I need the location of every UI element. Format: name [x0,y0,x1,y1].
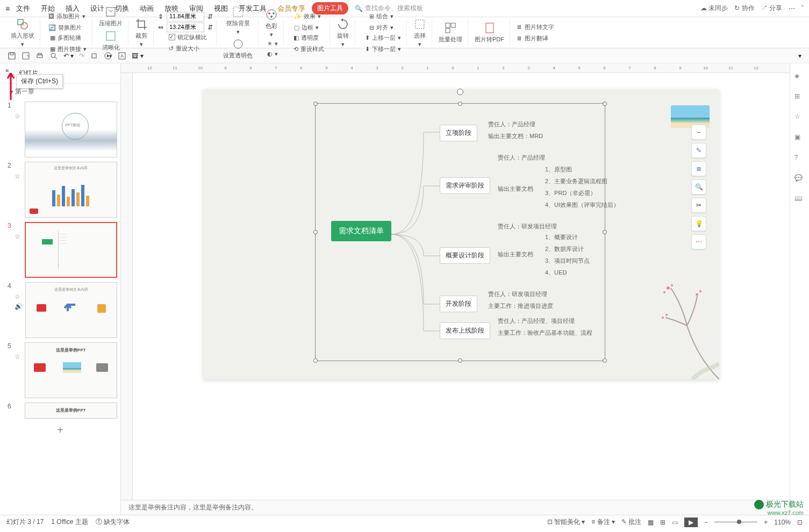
help-icon[interactable]: ? [794,154,805,164]
float-more-button[interactable]: ⋯ [691,234,706,249]
spinner-icon[interactable]: ⇵ [207,24,213,31]
batch-button[interactable]: 批量处理 [436,20,464,45]
notes-bar[interactable]: 这里是举例备注内容，这里是举例备注内容。 [121,500,790,515]
mindmap-text: 责任人：研发项目经理 [498,222,557,231]
pic2text-button[interactable]: 🗎图片转文字 [514,22,556,32]
reset-size-button[interactable]: ↺重设大小 [167,44,209,54]
rotate-handle[interactable] [457,89,463,95]
slide-thumb-4[interactable]: 这里是举例文本内容 [25,282,117,338]
transparency-button[interactable]: ◧透明度 [291,33,326,43]
undo-icon[interactable]: ↶ ▾ [63,52,74,60]
template-icon[interactable]: ▣ [794,133,805,144]
height-input[interactable] [167,23,204,32]
view-reading-icon[interactable]: ▭ [672,519,678,526]
save-icon[interactable] [8,52,16,60]
select-button[interactable]: 选择▾ [411,17,428,49]
fit-icon[interactable]: ⊡ [797,519,803,526]
resize-handle[interactable] [603,358,607,363]
group-button[interactable]: ⊞组合▾ [367,11,396,21]
lock-ratio-checkbox[interactable]: 锁定纵横比 [167,32,209,42]
slide-canvas[interactable]: 需求文档清单 立项阶段 责任人：产品经理 输出主要文档：MRD 需求评审阶段 责… [203,89,719,379]
resize-handle[interactable] [458,102,462,106]
preview-icon[interactable] [49,52,58,60]
reset-style-icon: ⟲ [293,46,298,53]
down-layer-button[interactable]: ⬇下移一层▾ [363,44,403,54]
chat-icon[interactable]: 💬 [794,174,805,185]
align-button[interactable]: ⊟对齐▾ [367,23,396,33]
insert-shape-button[interactable]: 插入形状▾ [9,17,37,49]
slide-thumb-5[interactable]: 这里是举例PPT [25,342,117,398]
float-idea-button[interactable]: 💡 [691,216,706,231]
comment-button[interactable]: ✎ 批注 [621,517,641,527]
share-button[interactable]: ↗ 分享 [761,4,782,13]
resize-handle[interactable] [313,358,318,363]
picture-qa-icon[interactable]: 🖼 ▾ [132,52,143,60]
format-painter-icon[interactable] [90,52,98,60]
star-panel-icon[interactable]: ☆ [794,113,805,124]
pic2pdf-button[interactable]: 图片转PDF [472,20,506,45]
reader-icon[interactable]: 📖 [794,195,805,205]
resize-handle[interactable] [313,230,318,234]
menu-file[interactable]: 文件 [12,2,34,16]
slideshow-button[interactable]: ▶ [684,517,698,527]
redo-icon[interactable]: ↷ [79,52,84,60]
add-picture-button[interactable]: 🖼添加图片▾ [46,11,88,21]
set-transparent-button[interactable]: 设置透明色 [221,37,255,61]
zoom-out-icon[interactable]: − [704,519,708,526]
resize-handle[interactable] [603,230,607,234]
collapse-ribbon-icon[interactable]: ˆ [801,5,804,12]
float-edit-button[interactable]: ✎ [691,143,706,158]
svg-text:A: A [120,53,124,59]
print-icon[interactable] [35,52,44,60]
save-as-icon[interactable] [22,52,30,60]
effect-button[interactable]: ✨效果▾ [292,11,323,21]
up-layer-button[interactable]: ⬆上移一层▾ [363,33,403,43]
play-icon[interactable] [104,52,112,60]
text-icon[interactable]: A [118,52,126,60]
slide-thumb-6[interactable]: 这里是举例PPT [25,402,117,419]
menu-animation[interactable]: 动画 [135,2,158,16]
color-button[interactable]: 色彩▾ [263,7,280,39]
reset-style-button[interactable]: ⟲重设样式 [291,44,326,54]
view-sorter-icon[interactable]: ⊞ [660,519,665,526]
add-slide-button[interactable]: + [0,421,120,440]
zoom-slider[interactable] [714,521,757,523]
zoom-in-icon[interactable]: + [764,519,768,526]
diamond-icon[interactable]: ◈ [794,72,805,83]
remove-bg-button[interactable]: 抠除背景▾ [224,4,252,37]
theme-info[interactable]: 1 Office 主题 [51,517,88,527]
replace-picture-button[interactable]: 🔄替换图片 [46,23,88,33]
spinner-icon[interactable]: ⇵ [207,13,213,20]
float-layers-button[interactable]: ≣ [691,161,706,176]
resize-handle[interactable] [458,358,462,363]
float-crop-button[interactable]: ✂ [691,198,706,213]
compress-picture-button[interactable]: 压缩图片 [97,4,125,28]
pic-translate-button[interactable]: 🗎图片翻译 [514,33,556,44]
zoom-level[interactable]: 110% [774,519,791,526]
mindmap-node: 立项阶段 [440,125,477,141]
collab-button[interactable]: ↻ 协作 [734,4,754,13]
crop-button[interactable]: 裁剪▾ [133,17,150,49]
resize-handle[interactable] [603,102,607,106]
missing-font-button[interactable]: Ⓣ 缺失字体 [96,517,130,527]
slide-thumb-3[interactable]: ─ ─── ─── ─── ── [25,222,117,278]
beautify-button[interactable]: ⊡ 智能美化 ▾ [547,517,585,527]
brightness-button[interactable]: ☀▾ [265,39,280,48]
resize-handle[interactable] [313,102,318,106]
view-normal-icon[interactable]: ▦ [648,519,654,526]
float-zoom-button[interactable]: 🔍 [691,179,706,195]
more-icon[interactable]: ⋯ [789,5,795,12]
slide-thumb-1[interactable]: PPT教程 [25,102,117,157]
qa-expand-icon[interactable]: ▾ [798,52,801,60]
sync-status[interactable]: ☁ 未同步 [700,4,728,13]
settings-icon[interactable]: ⊞ [794,92,805,103]
border-button[interactable]: ▢边框▾ [292,23,323,33]
contrast-button[interactable]: ◐▾ [265,49,280,59]
width-input[interactable] [167,12,204,21]
float-minus-button[interactable]: − [691,125,706,140]
menu-icon[interactable]: ≡ [5,4,10,13]
notes-button[interactable]: ≡ 备注 ▾ [591,517,615,527]
multi-picture-button[interactable]: ▦多图轮播 [48,33,89,43]
slide-thumb-2[interactable]: 这里是举例文本内容 [25,162,117,218]
rotate-button[interactable]: 旋转▾ [334,17,352,49]
